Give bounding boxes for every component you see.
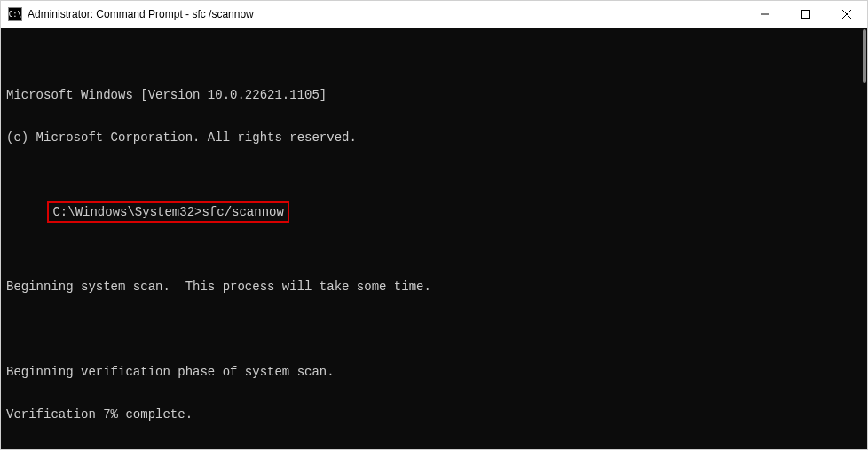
terminal-content: Microsoft Windows [Version 10.0.22621.11… [6,59,862,449]
scrollbar-thumb[interactable] [863,29,866,83]
close-icon [842,10,851,19]
cmd-icon-text: C:\ [9,11,21,19]
terminal-prompt-line: C:\Windows\System32>sfc/scannow [52,205,283,219]
maximize-icon [801,10,810,19]
cmd-icon: C:\ [8,7,22,21]
terminal-blank [6,322,862,336]
terminal-line: Beginning verification phase of system s… [6,365,862,379]
close-button[interactable] [826,1,867,28]
terminal-blank [6,173,862,187]
maximize-button[interactable] [785,1,826,28]
terminal-line: Beginning system scan. This process will… [6,280,862,294]
window-title: Administrator: Command Prompt - sfc /sca… [28,8,745,20]
command-highlight: C:\Windows\System32>sfc/scannow [47,201,288,223]
terminal-line: Verification 7% complete. [6,407,862,422]
terminal-line: (c) Microsoft Corporation. All rights re… [6,130,862,145]
svg-rect-1 [802,11,810,19]
terminal-line: Microsoft Windows [Version 10.0.22621.11… [6,88,862,102]
minimize-icon [761,10,769,19]
minimize-button[interactable] [745,1,785,28]
window-controls [745,1,867,28]
terminal[interactable]: Microsoft Windows [Version 10.0.22621.11… [1,28,867,449]
titlebar[interactable]: C:\ Administrator: Command Prompt - sfc … [1,1,867,28]
scrollbar-track[interactable] [862,28,867,449]
window: C:\ Administrator: Command Prompt - sfc … [0,0,868,450]
terminal-blank [6,237,862,251]
